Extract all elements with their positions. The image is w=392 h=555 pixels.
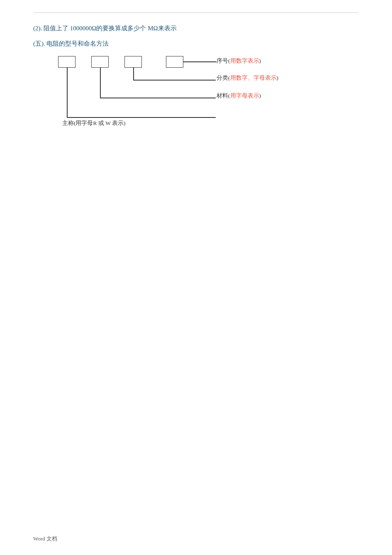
hline-fenlei xyxy=(133,80,216,81)
section-2: (2). 阻值上了 1000000Ω的要换算成多少个 MΩ来表示 xyxy=(33,24,359,32)
section-five: (五). 电阻的型号和命名方法 序号(用数字表示) 分类(用数字、字母表示) xyxy=(33,40,359,152)
vline-cailiao xyxy=(100,68,101,98)
footer: Word 文档 xyxy=(33,535,57,543)
box-4 xyxy=(166,56,183,68)
section-2-text: 阻值上了 1000000Ω的要换算成多少个 MΩ来表示 xyxy=(44,25,177,32)
label-zhucheng: 主称(用字母R 或 W 表示) xyxy=(62,120,126,127)
section-five-title: (五). 电阻的型号和命名方法 xyxy=(33,40,359,48)
label-fenlei: 分类(用数字、字母表示) xyxy=(217,74,274,82)
box-2 xyxy=(91,56,109,68)
section-2-title: (2). 阻值上了 1000000Ω的要换算成多少个 MΩ来表示 xyxy=(33,24,359,32)
vline-fenlei xyxy=(133,68,134,80)
box-3 xyxy=(124,56,142,68)
box-1 xyxy=(58,56,75,68)
top-divider xyxy=(33,12,359,13)
footer-text: Word 文档 xyxy=(33,535,57,542)
vline-zhucheng xyxy=(67,68,68,117)
hline-zhucheng xyxy=(67,117,216,118)
resistor-naming-diagram: 序号(用数字表示) 分类(用数字、字母表示) 材料(用字母表示) 主称(用字母R… xyxy=(58,56,274,152)
page: (2). 阻值上了 1000000Ω的要换算成多少个 MΩ来表示 (五). 电阻… xyxy=(0,0,392,555)
label-xuhao: 序号(用数字表示) xyxy=(217,57,274,65)
section-2-num: (2). xyxy=(33,25,44,32)
label-cailiao: 材料(用字母表示) xyxy=(217,92,274,100)
hline-cailiao xyxy=(100,98,216,98)
line-xuhao xyxy=(183,61,217,62)
